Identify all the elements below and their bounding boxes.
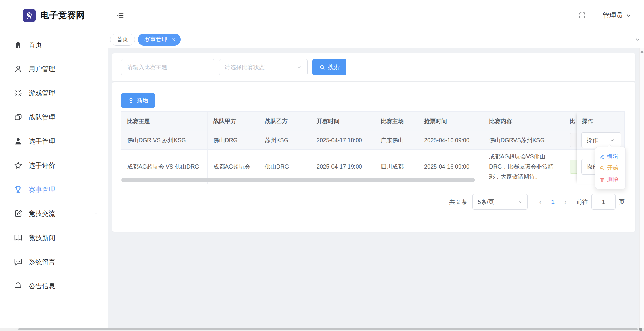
scrollbar-thumb[interactable] <box>18 328 638 330</box>
brand: 电子竞赛网 <box>0 0 108 31</box>
sidebar-fold-icon[interactable] <box>116 12 124 19</box>
tab-home[interactable]: 首页 <box>110 34 135 46</box>
sidebar-menu: 首页 用户管理 游戏管理 战队管理 <box>0 31 108 298</box>
chat-bubble-icon <box>14 258 22 266</box>
page-number-1[interactable]: 1 <box>547 199 559 205</box>
team-icon <box>14 113 22 121</box>
sidebar-item-label: 用户管理 <box>29 65 55 73</box>
col-header-operation: 操作 <box>577 112 624 131</box>
topic-search-input[interactable] <box>121 59 214 75</box>
sidebar-item-exchange[interactable]: 竞技交流 <box>0 202 108 226</box>
events-table: 比赛主题 战队甲方 战队乙方 开赛时间 比赛主场 抢票时间 比赛内容 比 佛山D… <box>121 111 625 184</box>
brand-title: 电子竞赛网 <box>41 9 85 21</box>
content-vertical-scrollbar[interactable] <box>639 48 644 328</box>
scrollbar-thumb[interactable] <box>121 178 475 182</box>
tab-label: 首页 <box>117 36 128 43</box>
edit-square-icon <box>14 209 22 218</box>
sidebar-item-label: 公告信息 <box>29 282 55 291</box>
sidebar-item-label: 竞技新闻 <box>29 233 55 242</box>
menu-item-edit[interactable]: 编辑 <box>595 151 625 162</box>
chevron-down-icon <box>518 199 523 205</box>
col-header-venue: 比赛主场 <box>375 112 418 131</box>
sidebar-item-label: 系统留言 <box>29 258 55 266</box>
tab-events-active[interactable]: 赛事管理 <box>138 34 181 46</box>
search-icon <box>319 64 325 70</box>
home-icon <box>14 40 22 49</box>
menu-item-delete[interactable]: 删除 <box>595 174 625 185</box>
page-suffix-label: 页 <box>619 198 625 206</box>
fullscreen-icon[interactable] <box>578 11 586 19</box>
sidebar-item-label: 首页 <box>29 40 42 49</box>
status-select[interactable]: 请选择比赛状态 <box>219 59 308 75</box>
plus-circle-icon <box>128 98 134 104</box>
cell-venue: 广东佛山 <box>375 131 418 150</box>
sidebar-item-label: 游戏管理 <box>29 89 55 98</box>
sidebar-item-players[interactable]: 选手管理 <box>0 129 108 153</box>
filter-card: 请选择比赛状态 搜索 <box>112 53 635 81</box>
page-horizontal-scrollbar[interactable] <box>0 328 644 331</box>
operation-dropdown-menu: 编辑 开始 删除 <box>595 147 626 189</box>
page-size-select[interactable]: 5条/页 <box>472 194 528 210</box>
trash-icon <box>599 177 605 182</box>
menu-item-label: 编辑 <box>607 153 618 160</box>
sidebar-item-label: 赛事管理 <box>29 185 55 194</box>
sidebar-item-users[interactable]: 用户管理 <box>0 57 108 81</box>
sidebar-item-home[interactable]: 首页 <box>0 33 108 57</box>
table-header-row: 比赛主题 战队甲方 战队乙方 开赛时间 比赛主场 抢票时间 比赛内容 比 <box>121 112 624 131</box>
add-button[interactable]: 新增 <box>121 93 155 108</box>
pagination: 共 2 条 5条/页 ‹ 1 › 前往 页 <box>449 194 625 210</box>
user-name: 管理员 <box>603 11 623 20</box>
goto-page-input[interactable] <box>591 194 616 210</box>
tabbar: 首页 赛事管理 <box>108 31 644 48</box>
topbar: 管理员 <box>108 0 644 31</box>
table-card: 新增 比赛主题 战队甲方 战队乙方 开赛时间 比赛主场 抢票时间 比赛内容 比 … <box>112 82 635 232</box>
chevron-down-icon <box>626 12 632 19</box>
menu-item-label: 开始 <box>607 164 618 172</box>
col-header-content: 比赛内容 <box>483 112 564 131</box>
goto-label: 前往 <box>576 198 588 206</box>
status-select-placeholder: 请选择比赛状态 <box>225 63 265 71</box>
sidebar: 电子竞赛网 首页 用户管理 游戏管理 <box>0 0 108 328</box>
col-header-team-a: 战队甲方 <box>208 112 259 131</box>
topbar-right: 管理员 <box>578 11 632 20</box>
sidebar-item-reviews[interactable]: 选手评价 <box>0 153 108 177</box>
search-button[interactable]: 搜索 <box>312 59 346 75</box>
person-filled-icon <box>14 137 22 146</box>
content-area: 请选择比赛状态 搜索 新增 比赛主题 战队甲方 <box>108 48 644 328</box>
trophy-icon <box>14 185 22 194</box>
add-button-label: 新增 <box>137 97 148 104</box>
cell-start-time: 2025-04-17 18:00 <box>311 131 375 150</box>
star-icon <box>14 161 22 170</box>
sidebar-item-label: 选手管理 <box>29 137 55 146</box>
check-circle-icon <box>599 165 605 171</box>
scroll-up-arrow-icon[interactable] <box>640 51 644 53</box>
operation-button-label: 操作 <box>582 133 603 148</box>
cell-team-a: 佛山DRG <box>208 131 259 150</box>
sidebar-item-label: 选手评价 <box>29 161 55 170</box>
cell-ticket-time: 2025-04-16 09:00 <box>418 131 483 150</box>
sidebar-item-notices[interactable]: 公告信息 <box>0 274 108 298</box>
menu-item-start[interactable]: 开始 <box>595 162 625 174</box>
sidebar-item-teams[interactable]: 战队管理 <box>0 105 108 129</box>
cell-content: 佛山DGRVS苏州KSG <box>483 131 564 150</box>
tab-actions-dropdown[interactable] <box>631 31 644 48</box>
next-page-button[interactable]: › <box>559 198 572 206</box>
table-row: 佛山DGR VS 苏州KSG 佛山DRG 苏州KSG 2025-04-17 18… <box>121 131 624 150</box>
sidebar-item-news[interactable]: 竞技新闻 <box>0 226 108 250</box>
table-horizontal-scrollbar[interactable] <box>121 178 624 182</box>
page-size-value: 5条/页 <box>478 198 494 206</box>
row1-operation-dropdown-button[interactable]: 操作 <box>581 132 621 148</box>
close-icon[interactable] <box>171 37 176 42</box>
pencil-icon <box>599 154 605 159</box>
col-header-topic: 比赛主题 <box>121 112 208 131</box>
col-header-start-time: 开赛时间 <box>311 112 375 131</box>
sidebar-item-label: 竞技交流 <box>29 209 55 218</box>
sidebar-item-events[interactable]: 赛事管理 <box>0 177 108 202</box>
sidebar-item-games[interactable]: 游戏管理 <box>0 81 108 105</box>
pagination-total: 共 2 条 <box>449 198 467 206</box>
sidebar-item-messages[interactable]: 系统留言 <box>0 250 108 274</box>
chevron-down-icon <box>93 211 99 216</box>
user-menu[interactable]: 管理员 <box>603 11 632 20</box>
prev-page-button[interactable]: ‹ <box>534 198 547 206</box>
menu-item-label: 删除 <box>607 176 618 183</box>
